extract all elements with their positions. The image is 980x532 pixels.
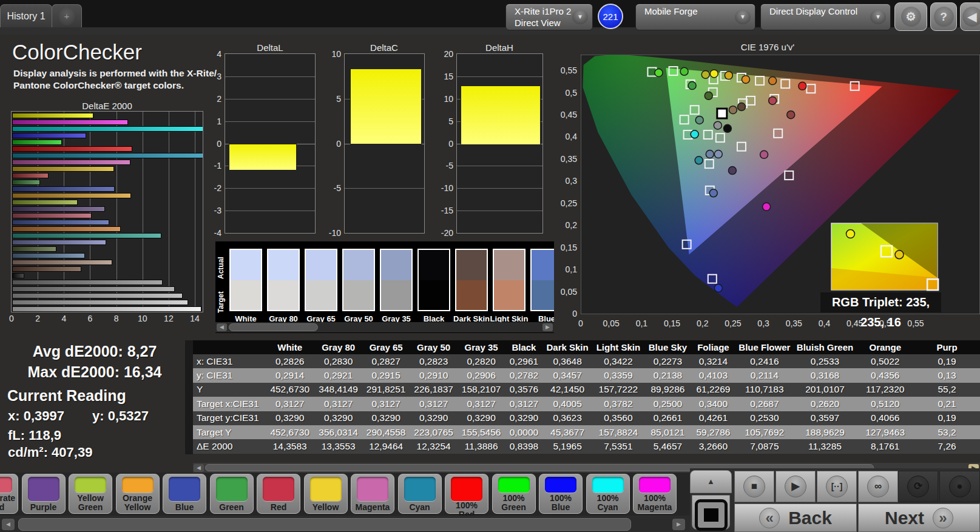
loop-button[interactable]: ∞ <box>858 471 898 502</box>
swatch-gray-65[interactable] <box>305 249 337 311</box>
patch-button-green[interactable]: Green <box>210 474 254 514</box>
table-column-header[interactable]: Gray 80 <box>314 340 362 354</box>
patch-button-yellow-green[interactable]: Yellow Green <box>69 474 112 514</box>
table-row-header: Target y:CIE31 <box>193 411 265 425</box>
patch-scrollbar[interactable]: ◀ ▶ <box>0 517 690 532</box>
table-column-header[interactable]: Bluish Green <box>794 340 857 354</box>
y-tick-label: 3 <box>201 72 221 81</box>
tab-history-1[interactable]: History 1 <box>0 4 52 28</box>
meter-dropdown[interactable]: X-Rite i1Pro 2 Direct View ▼ <box>505 4 593 30</box>
frame-step-button[interactable]: [··] <box>817 471 857 502</box>
swatch-black[interactable] <box>417 249 450 311</box>
swatch-scrollbar[interactable]: ◀ ▶ <box>215 322 554 332</box>
table-column-header[interactable]: Purp <box>914 340 980 354</box>
patch-button-moderate-red[interactable]: Moderate Red <box>0 474 18 514</box>
scroll-left-button[interactable]: ◀ <box>2 519 15 530</box>
deltae-bar-100-blue <box>12 133 86 138</box>
scroll-right-button[interactable]: ▶ <box>542 323 553 331</box>
patch-button-100-magenta[interactable]: 100% Magenta <box>633 474 677 514</box>
refresh-button[interactable]: ⟳ <box>898 471 938 502</box>
swatch-gray-35[interactable] <box>380 249 413 311</box>
patch-label: 100% Magenta <box>635 493 675 513</box>
patch-button-cyan[interactable]: Cyan <box>398 474 442 514</box>
table-column-header[interactable]: White <box>265 340 314 354</box>
deltae-bar-black <box>12 273 24 278</box>
swatch-white[interactable] <box>229 249 262 311</box>
table-cell: 14,3583 <box>265 439 314 453</box>
display-status-bar <box>763 6 766 28</box>
y-tick-label: 5 <box>433 116 453 126</box>
table-column-header[interactable]: Gray 50 <box>410 340 457 354</box>
display-control-dropdown[interactable]: Direct Display Control ▼ <box>760 4 891 30</box>
table-column-header[interactable]: Blue Sky <box>644 340 691 354</box>
settings-button[interactable]: ⚙ <box>894 2 927 31</box>
deltac-plot-area: 1050-5-10 <box>344 53 425 234</box>
next-button-label: Next <box>885 508 924 528</box>
cie-measured-marker <box>705 92 712 99</box>
swatch-actual <box>532 250 554 280</box>
table-column-header[interactable]: Blue Flower <box>735 340 794 354</box>
new-tab-button[interactable]: + <box>52 4 82 28</box>
help-button[interactable]: ? <box>930 2 957 31</box>
deltah-chart-title: DeltaH <box>485 42 513 53</box>
target-row-label: Target <box>217 291 225 313</box>
swatch-gray-80[interactable] <box>267 249 300 311</box>
patch-button-100-red[interactable]: 100% Red <box>445 474 488 514</box>
table-column-header[interactable]: Gray 65 <box>362 340 410 354</box>
table-column-header[interactable]: Gray 35 <box>458 340 505 354</box>
table-column-header[interactable]: Black <box>505 340 542 354</box>
cie-x-tick-label: 0,4 <box>813 318 835 328</box>
deltae-bar-yellow-green <box>12 200 78 205</box>
patch-scrollbar-thumb[interactable] <box>18 518 631 531</box>
scroll-left-button[interactable]: ◀ <box>217 323 227 331</box>
table-row: ΔE 200014,358313,355312,946412,325411,38… <box>193 439 980 453</box>
deltae-bar-orange-yellow <box>12 193 131 198</box>
table-column-header[interactable]: Foliage <box>691 340 735 354</box>
swatch-dark-skin[interactable] <box>455 249 488 311</box>
table-corner-cell <box>193 340 265 354</box>
patch-button-100-cyan[interactable]: 100% Cyan <box>586 474 630 514</box>
play-button[interactable]: ▶ <box>776 471 816 502</box>
patch-button-purple[interactable]: Purple <box>22 474 66 514</box>
record-button[interactable]: ● <box>939 471 980 502</box>
patch-button-yellow[interactable]: Yellow <box>304 474 348 514</box>
patch-button-orange-yellow[interactable]: Orange Yellow <box>116 474 160 514</box>
swatch-actual <box>343 250 374 280</box>
table-column-header[interactable]: Light Skin <box>592 340 644 354</box>
table-cell: 11,3886 <box>458 439 505 453</box>
x-tick-label: 12 <box>164 314 174 323</box>
swatch-light-skin[interactable] <box>493 249 525 311</box>
table-cell: 356,0314 <box>314 425 362 439</box>
patch-button-100-blue[interactable]: 100% Blue <box>539 474 583 514</box>
patch-button-blue[interactable]: Blue <box>163 474 206 514</box>
deltaL-bar <box>229 144 297 170</box>
swatch-blue[interactable] <box>530 249 554 311</box>
cie-whitepoint-target-marker <box>717 109 727 118</box>
swatch-gray-50[interactable] <box>342 249 375 311</box>
swatch-scrollbar-thumb[interactable] <box>229 323 318 331</box>
stop-button[interactable]: ■ <box>734 471 774 502</box>
patch-button-red[interactable]: Red <box>257 474 300 514</box>
table-column-header[interactable]: Dark Skin <box>543 340 592 354</box>
source-dropdown[interactable]: Mobile Forge ▼ <box>635 4 755 30</box>
pattern-window-up-button[interactable]: ▲ <box>690 470 732 493</box>
scroll-right-button[interactable]: ▶ <box>672 519 685 530</box>
back-button[interactable]: « Back <box>734 503 857 532</box>
cie-measured-marker <box>701 70 709 78</box>
cie-plot-area <box>581 55 980 314</box>
pattern-window-position-button[interactable] <box>692 495 730 530</box>
y-tick-label: -5 <box>320 183 341 193</box>
meter-count-badge[interactable]: 221 <box>598 4 623 29</box>
table-cell: 55,2 <box>914 383 980 397</box>
patch-button-magenta[interactable]: Magenta <box>351 474 394 514</box>
collapse-panel-button[interactable]: ◀ <box>960 2 980 31</box>
cie-inset-measured-marker <box>847 230 855 238</box>
cie-y-tick-label: 0,15 <box>555 243 577 252</box>
deltae-bar-100-green <box>12 140 62 145</box>
table-column-header[interactable]: Orange <box>856 340 914 354</box>
scroll-left-button[interactable]: ◀ <box>194 464 204 472</box>
cie-x-tick-label: 0,3 <box>752 318 774 328</box>
next-button[interactable]: Next » <box>858 503 980 532</box>
patch-button-100-green[interactable]: 100% Green <box>492 474 536 514</box>
y-tick-label: 0 <box>433 139 453 149</box>
